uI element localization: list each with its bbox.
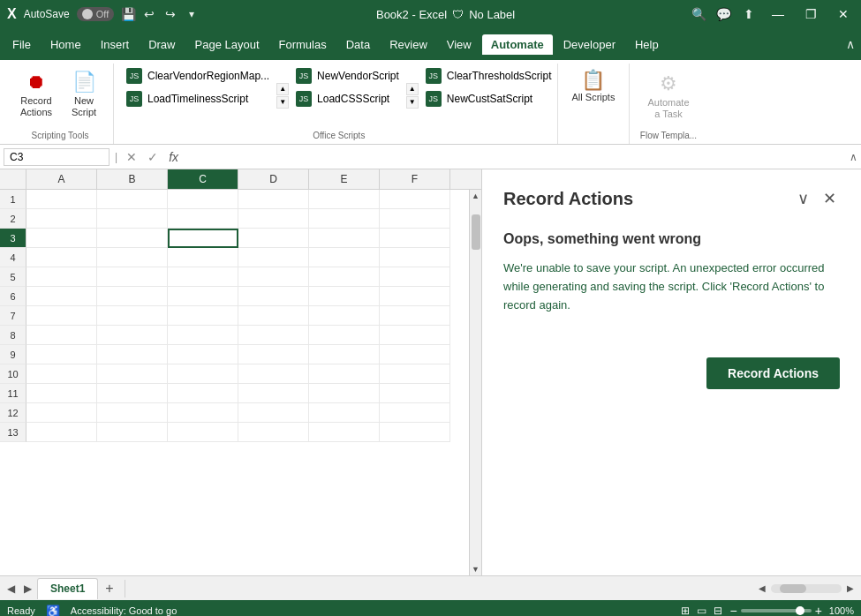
cell-d10[interactable] — [238, 364, 309, 384]
menu-item-data[interactable]: Data — [337, 34, 379, 55]
cell-f12[interactable] — [380, 403, 450, 423]
cell-e6[interactable] — [309, 287, 380, 306]
menu-item-review[interactable]: Review — [381, 34, 436, 55]
cell-a12[interactable] — [26, 403, 97, 423]
row-header-9[interactable]: 9 — [0, 345, 26, 364]
script-load-css[interactable]: JS LoadCSSScript — [291, 88, 404, 109]
cell-e4[interactable] — [309, 248, 380, 267]
row-header-4[interactable]: 4 — [0, 248, 26, 267]
menu-item-home[interactable]: Home — [42, 34, 90, 55]
record-actions-button[interactable]: ⏺ RecordActions — [14, 67, 58, 122]
cell-b8[interactable] — [97, 326, 168, 345]
row-header-10[interactable]: 10 — [0, 364, 26, 384]
cell-b10[interactable] — [97, 364, 168, 384]
cell-e13[interactable] — [309, 423, 380, 442]
cell-d6[interactable] — [238, 287, 309, 306]
cell-f1[interactable] — [380, 190, 450, 209]
scroll-down-arrow[interactable]: ▼ — [470, 563, 482, 575]
vertical-scrollbar[interactable]: ▲ ▼ — [469, 190, 481, 575]
cell-c10[interactable] — [168, 364, 238, 384]
sheet-nav-prev[interactable]: ◀ — [4, 581, 19, 597]
script-new-vendor[interactable]: JS NewVendorScript — [291, 65, 404, 86]
cell-c9[interactable] — [168, 345, 238, 364]
comments-icon[interactable]: 💬 — [717, 7, 731, 21]
cell-c11[interactable] — [168, 384, 238, 403]
row-header-6[interactable]: 6 — [0, 287, 26, 306]
cell-d12[interactable] — [238, 403, 309, 423]
cell-f2[interactable] — [380, 209, 450, 229]
cell-b4[interactable] — [97, 248, 168, 267]
cell-a10[interactable] — [26, 364, 97, 384]
cell-f8[interactable] — [380, 326, 450, 345]
ribbon-scroll-2[interactable]: ▲ ▼ — [404, 64, 420, 127]
cell-b6[interactable] — [97, 287, 168, 306]
add-sheet-button[interactable]: + — [100, 581, 118, 597]
scroll-h-thumb[interactable] — [780, 584, 806, 593]
cell-f5[interactable] — [380, 267, 450, 287]
cell-f9[interactable] — [380, 345, 450, 364]
menu-item-insert[interactable]: Insert — [92, 34, 139, 55]
redo-icon[interactable]: ↪ — [163, 7, 177, 21]
more-commands-icon[interactable]: ▾ — [185, 7, 199, 21]
script-load-timeliness[interactable]: JS LoadTimelinessScript — [121, 88, 275, 109]
cell-d13[interactable] — [238, 423, 309, 442]
cell-a11[interactable] — [26, 384, 97, 403]
menu-item-draw[interactable]: Draw — [140, 34, 184, 55]
scroll-h-right-arrow[interactable]: ▶ — [843, 582, 857, 595]
cell-c2[interactable] — [168, 209, 238, 229]
cell-b13[interactable] — [97, 423, 168, 442]
zoom-minus-button[interactable]: − — [729, 604, 736, 616]
cell-b7[interactable] — [97, 306, 168, 326]
undo-icon[interactable]: ↩ — [142, 7, 156, 21]
automate-task-button[interactable]: ⚙ Automatea Task — [637, 67, 699, 125]
cell-a8[interactable] — [26, 326, 97, 345]
ribbon-scroll-1[interactable]: ▲ ▼ — [275, 64, 291, 127]
cell-a7[interactable] — [26, 306, 97, 326]
cell-f13[interactable] — [380, 423, 450, 442]
formula-bar-expand-icon[interactable]: ∧ — [850, 151, 857, 163]
restore-button[interactable]: ❐ — [800, 5, 822, 23]
search-icon[interactable]: 🔍 — [692, 7, 706, 21]
cell-c5[interactable] — [168, 267, 238, 287]
cell-b11[interactable] — [97, 384, 168, 403]
col-header-c[interactable]: C — [168, 169, 238, 189]
cell-a5[interactable] — [26, 267, 97, 287]
scroll-up-1[interactable]: ▲ — [276, 83, 289, 95]
cell-reference-box[interactable] — [4, 148, 110, 166]
menu-item-developer[interactable]: Developer — [555, 34, 624, 55]
scroll-h-left-arrow[interactable]: ◀ — [755, 582, 769, 595]
menu-item-help[interactable]: Help — [626, 34, 668, 55]
row-header-7[interactable]: 7 — [0, 306, 26, 326]
menu-item-page-layout[interactable]: Page Layout — [186, 34, 268, 55]
cell-f4[interactable] — [380, 248, 450, 267]
scroll-down-2[interactable]: ▼ — [406, 96, 419, 109]
cell-d4[interactable] — [238, 248, 309, 267]
cell-b12[interactable] — [97, 403, 168, 423]
col-header-e[interactable]: E — [309, 169, 380, 189]
menu-item-automate[interactable]: Automate — [482, 34, 553, 55]
cell-a13[interactable] — [26, 423, 97, 442]
cell-b3[interactable] — [97, 229, 168, 248]
horizontal-scrollbar[interactable] — [771, 584, 842, 593]
cell-c4[interactable] — [168, 248, 238, 267]
cell-d3[interactable] — [238, 229, 309, 248]
zoom-slider[interactable] — [741, 609, 812, 612]
formula-cancel-button[interactable]: ✕ — [123, 150, 140, 164]
row-header-11[interactable]: 11 — [0, 384, 26, 403]
cell-a3[interactable] — [26, 229, 97, 248]
scroll-thumb[interactable] — [472, 214, 480, 250]
cell-d7[interactable] — [238, 306, 309, 326]
cell-d11[interactable] — [238, 384, 309, 403]
cell-a2[interactable] — [26, 209, 97, 229]
row-header-8[interactable]: 8 — [0, 326, 26, 345]
cell-a1[interactable] — [26, 190, 97, 209]
cell-e2[interactable] — [309, 209, 380, 229]
minimize-button[interactable]: — — [767, 5, 789, 23]
row-header-2[interactable]: 2 — [0, 209, 26, 229]
zoom-plus-button[interactable]: + — [815, 604, 822, 616]
autosave-toggle[interactable]: Off — [77, 7, 114, 21]
corner-cell[interactable] — [0, 169, 26, 189]
cell-d5[interactable] — [238, 267, 309, 287]
cell-f7[interactable] — [380, 306, 450, 326]
close-button[interactable]: ✕ — [833, 5, 854, 23]
